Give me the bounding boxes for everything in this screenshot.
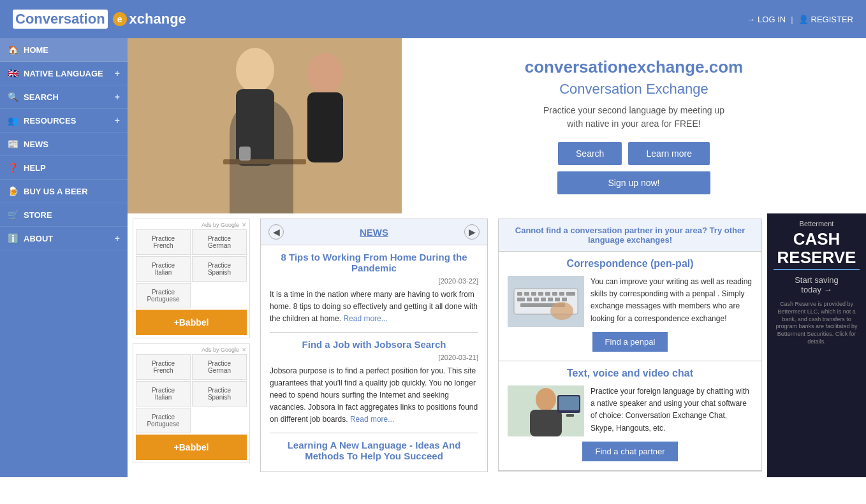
login-icon: →: [747, 15, 755, 24]
ad-babbel-1[interactable]: +Babbel: [136, 310, 247, 335]
penpal-image: [508, 276, 584, 327]
news-article-2-read-more[interactable]: Read more...: [350, 415, 394, 424]
svg-rect-6: [239, 147, 251, 161]
content-area: conversationexchange.com Conversation Ex…: [128, 38, 866, 477]
sidebar-item-native-label: NATIVE LANGUAGE: [24, 69, 103, 78]
sidebar-item-news[interactable]: 📰 NEWS: [0, 133, 128, 156]
find-penpal-button[interactable]: Find a penpal: [592, 332, 668, 352]
ad-babbel-2[interactable]: +Babbel: [136, 435, 247, 460]
news-article-1-title: 8 Tips to Working From Home During the P…: [270, 252, 478, 273]
news-article-2-title: Find a Job with Jobsora Search: [270, 339, 478, 350]
about-icon: ℹ️: [8, 233, 18, 243]
learn-more-button[interactable]: Learn more: [628, 142, 710, 165]
svg-rect-22: [555, 298, 560, 301]
news-next-button[interactable]: ▶: [464, 224, 480, 240]
sidebar-item-search[interactable]: 🔍 SEARCH +: [0, 85, 128, 109]
sidebar-item-beer-label: BUY US A BEER: [24, 187, 88, 196]
ad-sidebar: Ads by Google ✕ PracticeFrench PracticeG…: [128, 213, 255, 477]
news-section: ◀ NEWS ▶ 8 Tips to Working From Home Dur…: [255, 213, 493, 477]
hero-description: Practice your second language by meeting…: [543, 104, 724, 131]
svg-rect-13: [545, 292, 550, 296]
hero-text-area: conversationexchange.com Conversation Ex…: [402, 38, 866, 213]
ad-close-1[interactable]: ✕: [242, 222, 247, 228]
login-label: LOG IN: [758, 15, 786, 24]
signup-button[interactable]: Sign up now!: [557, 171, 711, 194]
right-ad-subtitle[interactable]: Start savingtoday →: [774, 275, 860, 294]
svg-rect-23: [562, 298, 567, 301]
search-icon: 🔍: [8, 92, 18, 102]
ad-block-1-header: Ads by Google ✕: [136, 222, 247, 228]
svg-rect-30: [559, 396, 579, 410]
flag-icon: 🇬🇧: [8, 68, 18, 78]
sidebar-item-buy-beer[interactable]: 🍺 BUY US A BEER: [0, 180, 128, 203]
svg-rect-17: [517, 298, 525, 301]
news-icon: 📰: [8, 139, 18, 149]
hero-photo: [128, 38, 402, 213]
native-plus-icon: +: [115, 68, 120, 78]
penpal-title: Correspondence (pen-pal): [508, 258, 752, 270]
right-ad-content: Betterment CASHRESERVE Start savingtoday…: [774, 220, 860, 345]
register-link[interactable]: 👤 REGISTER: [798, 15, 853, 24]
ad-practice-german-2[interactable]: PracticeGerman: [192, 354, 247, 380]
penpal-row: You can improve your writing as well as …: [508, 276, 752, 327]
sidebar-item-help[interactable]: ❓ HELP: [0, 156, 128, 180]
news-article-3-title: Learning A New Language - Ideas And Meth…: [270, 440, 478, 461]
ad-practice-french-2[interactable]: PracticeFrench: [136, 354, 191, 380]
ad-practice-portuguese-1[interactable]: PracticePortuguese: [136, 283, 191, 308]
ad-practice-portuguese-2[interactable]: PracticePortuguese: [136, 408, 191, 433]
find-chat-partner-button[interactable]: Find a chat partner: [582, 442, 677, 461]
store-icon: 🛒: [8, 210, 18, 220]
ad-practice-spanish-1[interactable]: PracticeSpanish: [192, 256, 247, 282]
ad-practice-french-1[interactable]: PracticeFrench: [136, 229, 191, 255]
svg-rect-9: [517, 292, 522, 296]
right-ad-title: CASHRESERVE: [774, 230, 860, 270]
right-panel: Cannot find a conversation partner in yo…: [493, 213, 767, 477]
hero-title: Conversation Exchange: [559, 81, 708, 97]
news-prev-button[interactable]: ◀: [268, 224, 284, 240]
svg-point-1: [236, 48, 274, 92]
penpal-section: Correspondence (pen-pal): [499, 252, 761, 361]
logo-e-icon: e: [113, 12, 127, 26]
sidebar-item-native-language[interactable]: 🇬🇧 NATIVE LANGUAGE +: [0, 62, 128, 85]
svg-rect-19: [534, 298, 539, 301]
ad-practice-italian-2[interactable]: PracticeItalian: [136, 381, 191, 407]
ad-close-2[interactable]: ✕: [242, 347, 247, 353]
header: Conversation e xchange → LOG IN | 👤 REGI…: [0, 0, 866, 38]
register-icon: 👤: [798, 15, 809, 24]
help-icon: ❓: [8, 162, 18, 173]
ad-practice-italian-1[interactable]: PracticeItalian: [136, 256, 191, 282]
news-separator-1: [270, 332, 478, 333]
chat-desc: Practice your foreign language by chatti…: [591, 385, 752, 435]
hero-buttons: Search Learn more: [558, 142, 710, 165]
svg-rect-21: [548, 298, 553, 301]
sidebar-item-about-label: ABOUT: [24, 234, 53, 243]
ad-practice-spanish-2[interactable]: PracticeSpanish: [192, 381, 247, 407]
chat-row: Practice your foreign language by chatti…: [508, 385, 752, 436]
exchange-header-text: Cannot find a conversation partner in yo…: [508, 226, 752, 245]
svg-rect-31: [566, 414, 574, 417]
login-link[interactable]: → LOG IN: [747, 15, 786, 24]
svg-rect-10: [524, 292, 529, 296]
sidebar-item-about[interactable]: ℹ️ ABOUT +: [0, 227, 128, 250]
ad-block-2: Ads by Google ✕ PracticeFrench PracticeG…: [133, 343, 250, 463]
sidebar-item-store-label: STORE: [24, 210, 52, 220]
sidebar-item-resources[interactable]: 👥 RESOURCES +: [0, 109, 128, 133]
svg-rect-28: [530, 410, 562, 436]
news-box: ◀ NEWS ▶ 8 Tips to Working From Home Dur…: [260, 219, 488, 472]
search-button[interactable]: Search: [558, 142, 622, 165]
sidebar-item-store[interactable]: 🛒 STORE: [0, 203, 128, 227]
sidebar-item-home-label: HOME: [24, 45, 48, 55]
sidebar-item-home[interactable]: 🏠 HOME: [0, 38, 128, 62]
chat-image: [508, 385, 584, 436]
news-article-1-text: It is a time in the nation where many ar…: [270, 289, 478, 326]
sidebar-item-news-label: NEWS: [24, 140, 48, 149]
ad-practice-german-1[interactable]: PracticeGerman: [192, 229, 247, 255]
news-article-2-date: [2020-03-21]: [270, 354, 478, 361]
svg-rect-2: [236, 89, 274, 166]
svg-point-27: [536, 388, 556, 411]
ad-grid-1: PracticeFrench PracticeGerman PracticeIt…: [136, 229, 247, 335]
logo[interactable]: Conversation e xchange: [13, 10, 186, 29]
news-article-1-read-more[interactable]: Read more...: [343, 314, 387, 323]
register-label: REGISTER: [811, 15, 853, 24]
right-ad: Betterment CASHRESERVE Start savingtoday…: [767, 213, 866, 477]
